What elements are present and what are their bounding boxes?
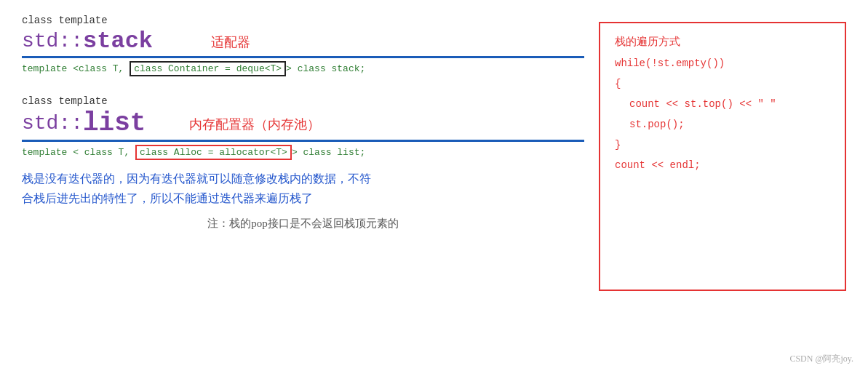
stack-section: class template std::stack 适配器 template <… xyxy=(22,15,584,76)
code-line-4: st.pop(); xyxy=(629,114,830,135)
code-line-5: } xyxy=(615,135,830,155)
code-line-2: { xyxy=(615,73,830,94)
left-panel: class template std::stack 适配器 template <… xyxy=(22,15,599,364)
list-section: class template std::list 内存配置器（内存池） temp… xyxy=(22,95,584,160)
section-gap xyxy=(22,78,584,95)
list-blue-line xyxy=(22,140,584,142)
description-text: 栈是没有迭代器的，因为有迭代器就可以随意修改栈内的数据，不符合栈后进先出的特性了… xyxy=(22,169,371,208)
std-list-title: std::list xyxy=(22,108,146,138)
list-std-prefix: std:: xyxy=(22,112,83,135)
code-line-1: while(!st.empty()) xyxy=(615,53,830,73)
csdn-watermark: CSDN @阿亮joy. xyxy=(789,353,853,365)
right-panel-title: 栈的遍历方式 xyxy=(615,35,830,49)
adapter-label: 适配器 xyxy=(211,33,250,51)
stack-std-prefix: std:: xyxy=(22,30,83,52)
right-panel-code: while(!st.empty()) { count << st.top() <… xyxy=(615,53,830,175)
list-header-row: std::list 内存配置器（内存池） xyxy=(22,108,584,138)
list-template-code: template < class T, class Alloc = alloca… xyxy=(22,145,584,160)
stack-class-template-label: class template xyxy=(22,15,584,26)
stack-header-row: std::stack 适配器 xyxy=(22,28,584,55)
std-stack-title: std::stack xyxy=(22,28,153,55)
stack-class-name: stack xyxy=(83,28,153,55)
stack-template-prefix: template <class T, xyxy=(22,63,124,74)
note-text: 注：栈的pop接口是不会返回栈顶元素的 xyxy=(22,217,584,231)
stack-blue-line xyxy=(22,56,584,58)
code-line-6: count << endl; xyxy=(615,155,830,175)
stack-template-code: template <class T, class Container = deq… xyxy=(22,61,584,76)
stack-template-suffix: > class stack; xyxy=(286,63,365,74)
main-container: class template std::stack 适配器 template <… xyxy=(0,0,868,371)
allocator-label: 内存配置器（内存池） xyxy=(189,116,320,133)
list-highlighted-alloc: class Alloc = allocator<T> xyxy=(135,145,292,160)
list-class-template-label: class template xyxy=(22,95,584,107)
list-class-name: list xyxy=(83,108,146,138)
right-panel: 栈的遍历方式 while(!st.empty()) { count << st.… xyxy=(599,22,846,291)
list-template-prefix: template < class T, xyxy=(22,147,130,158)
stack-highlighted-container: class Container = deque<T> xyxy=(130,61,286,76)
code-line-3: count << st.top() << " " xyxy=(629,94,830,114)
list-template-suffix: > class list; xyxy=(292,147,365,158)
